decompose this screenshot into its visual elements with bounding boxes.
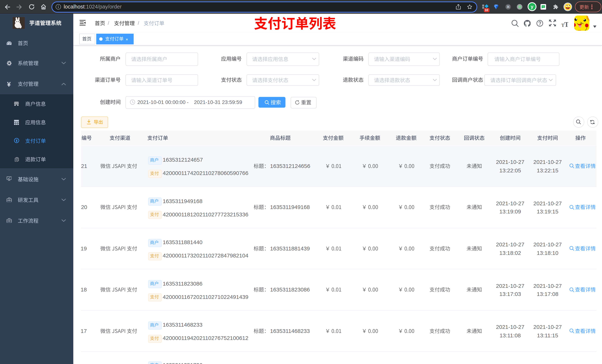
svg-text:T: T [561, 22, 564, 27]
svg-text:T: T [564, 21, 568, 27]
svg-text:⌘: ⌘ [506, 5, 510, 9]
svg-text:y: y [531, 4, 533, 10]
